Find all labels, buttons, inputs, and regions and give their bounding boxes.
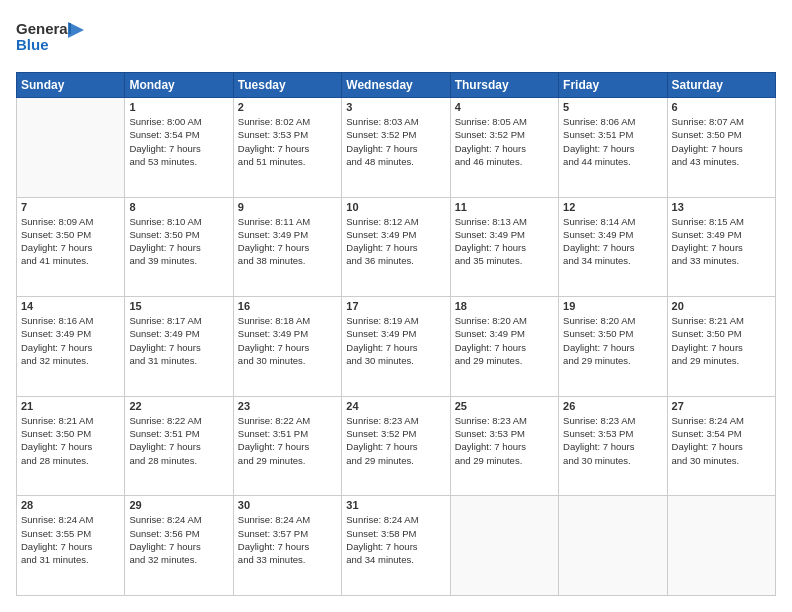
calendar-cell: 7Sunrise: 8:09 AM Sunset: 3:50 PM Daylig… xyxy=(17,197,125,297)
calendar-cell: 14Sunrise: 8:16 AM Sunset: 3:49 PM Dayli… xyxy=(17,297,125,397)
day-info: Sunrise: 8:21 AM Sunset: 3:50 PM Dayligh… xyxy=(21,414,120,467)
calendar-cell xyxy=(450,496,558,596)
day-number: 9 xyxy=(238,201,337,213)
svg-text:Blue: Blue xyxy=(16,36,49,53)
day-number: 4 xyxy=(455,101,554,113)
day-info: Sunrise: 8:10 AM Sunset: 3:50 PM Dayligh… xyxy=(129,215,228,268)
day-number: 11 xyxy=(455,201,554,213)
calendar-cell: 17Sunrise: 8:19 AM Sunset: 3:49 PM Dayli… xyxy=(342,297,450,397)
svg-marker-2 xyxy=(68,22,84,38)
day-number: 15 xyxy=(129,300,228,312)
day-number: 6 xyxy=(672,101,771,113)
calendar-cell: 12Sunrise: 8:14 AM Sunset: 3:49 PM Dayli… xyxy=(559,197,667,297)
calendar-cell: 26Sunrise: 8:23 AM Sunset: 3:53 PM Dayli… xyxy=(559,396,667,496)
day-number: 14 xyxy=(21,300,120,312)
calendar-cell: 13Sunrise: 8:15 AM Sunset: 3:49 PM Dayli… xyxy=(667,197,775,297)
calendar-cell: 9Sunrise: 8:11 AM Sunset: 3:49 PM Daylig… xyxy=(233,197,341,297)
calendar-cell: 11Sunrise: 8:13 AM Sunset: 3:49 PM Dayli… xyxy=(450,197,558,297)
day-info: Sunrise: 8:20 AM Sunset: 3:49 PM Dayligh… xyxy=(455,314,554,367)
logo-svg: General Blue xyxy=(16,16,86,58)
day-info: Sunrise: 8:02 AM Sunset: 3:53 PM Dayligh… xyxy=(238,115,337,168)
day-info: Sunrise: 8:14 AM Sunset: 3:49 PM Dayligh… xyxy=(563,215,662,268)
calendar-cell: 18Sunrise: 8:20 AM Sunset: 3:49 PM Dayli… xyxy=(450,297,558,397)
day-number: 21 xyxy=(21,400,120,412)
day-number: 24 xyxy=(346,400,445,412)
day-info: Sunrise: 8:03 AM Sunset: 3:52 PM Dayligh… xyxy=(346,115,445,168)
calendar-cell: 10Sunrise: 8:12 AM Sunset: 3:49 PM Dayli… xyxy=(342,197,450,297)
day-number: 30 xyxy=(238,499,337,511)
calendar-cell: 8Sunrise: 8:10 AM Sunset: 3:50 PM Daylig… xyxy=(125,197,233,297)
weekday-header-thursday: Thursday xyxy=(450,73,558,98)
day-number: 10 xyxy=(346,201,445,213)
day-number: 20 xyxy=(672,300,771,312)
weekday-header-friday: Friday xyxy=(559,73,667,98)
day-number: 19 xyxy=(563,300,662,312)
calendar-cell: 1Sunrise: 8:00 AM Sunset: 3:54 PM Daylig… xyxy=(125,98,233,198)
day-info: Sunrise: 8:22 AM Sunset: 3:51 PM Dayligh… xyxy=(238,414,337,467)
day-info: Sunrise: 8:06 AM Sunset: 3:51 PM Dayligh… xyxy=(563,115,662,168)
day-number: 29 xyxy=(129,499,228,511)
calendar-cell: 23Sunrise: 8:22 AM Sunset: 3:51 PM Dayli… xyxy=(233,396,341,496)
day-number: 31 xyxy=(346,499,445,511)
logo: General Blue xyxy=(16,16,86,62)
day-info: Sunrise: 8:24 AM Sunset: 3:54 PM Dayligh… xyxy=(672,414,771,467)
day-info: Sunrise: 8:23 AM Sunset: 3:53 PM Dayligh… xyxy=(563,414,662,467)
day-info: Sunrise: 8:09 AM Sunset: 3:50 PM Dayligh… xyxy=(21,215,120,268)
day-number: 2 xyxy=(238,101,337,113)
weekday-header-wednesday: Wednesday xyxy=(342,73,450,98)
calendar-cell: 15Sunrise: 8:17 AM Sunset: 3:49 PM Dayli… xyxy=(125,297,233,397)
week-row-4: 21Sunrise: 8:21 AM Sunset: 3:50 PM Dayli… xyxy=(17,396,776,496)
day-number: 3 xyxy=(346,101,445,113)
day-info: Sunrise: 8:24 AM Sunset: 3:58 PM Dayligh… xyxy=(346,513,445,566)
day-number: 17 xyxy=(346,300,445,312)
day-info: Sunrise: 8:20 AM Sunset: 3:50 PM Dayligh… xyxy=(563,314,662,367)
day-number: 13 xyxy=(672,201,771,213)
day-info: Sunrise: 8:15 AM Sunset: 3:49 PM Dayligh… xyxy=(672,215,771,268)
header: General Blue xyxy=(16,16,776,62)
day-info: Sunrise: 8:19 AM Sunset: 3:49 PM Dayligh… xyxy=(346,314,445,367)
day-number: 23 xyxy=(238,400,337,412)
calendar-cell: 16Sunrise: 8:18 AM Sunset: 3:49 PM Dayli… xyxy=(233,297,341,397)
day-info: Sunrise: 8:24 AM Sunset: 3:57 PM Dayligh… xyxy=(238,513,337,566)
day-info: Sunrise: 8:17 AM Sunset: 3:49 PM Dayligh… xyxy=(129,314,228,367)
day-number: 22 xyxy=(129,400,228,412)
day-number: 7 xyxy=(21,201,120,213)
day-number: 16 xyxy=(238,300,337,312)
day-info: Sunrise: 8:24 AM Sunset: 3:55 PM Dayligh… xyxy=(21,513,120,566)
calendar-cell: 29Sunrise: 8:24 AM Sunset: 3:56 PM Dayli… xyxy=(125,496,233,596)
calendar-cell: 24Sunrise: 8:23 AM Sunset: 3:52 PM Dayli… xyxy=(342,396,450,496)
calendar-cell: 30Sunrise: 8:24 AM Sunset: 3:57 PM Dayli… xyxy=(233,496,341,596)
day-number: 28 xyxy=(21,499,120,511)
calendar-cell: 20Sunrise: 8:21 AM Sunset: 3:50 PM Dayli… xyxy=(667,297,775,397)
calendar-cell: 22Sunrise: 8:22 AM Sunset: 3:51 PM Dayli… xyxy=(125,396,233,496)
weekday-header-monday: Monday xyxy=(125,73,233,98)
day-info: Sunrise: 8:24 AM Sunset: 3:56 PM Dayligh… xyxy=(129,513,228,566)
weekday-header-saturday: Saturday xyxy=(667,73,775,98)
week-row-2: 7Sunrise: 8:09 AM Sunset: 3:50 PM Daylig… xyxy=(17,197,776,297)
calendar-table: SundayMondayTuesdayWednesdayThursdayFrid… xyxy=(16,72,776,596)
day-number: 8 xyxy=(129,201,228,213)
day-number: 27 xyxy=(672,400,771,412)
page: General Blue SundayMondayTuesdayWednesda… xyxy=(0,0,792,612)
day-info: Sunrise: 8:16 AM Sunset: 3:49 PM Dayligh… xyxy=(21,314,120,367)
day-number: 5 xyxy=(563,101,662,113)
day-info: Sunrise: 8:22 AM Sunset: 3:51 PM Dayligh… xyxy=(129,414,228,467)
weekday-header-sunday: Sunday xyxy=(17,73,125,98)
calendar-cell: 28Sunrise: 8:24 AM Sunset: 3:55 PM Dayli… xyxy=(17,496,125,596)
day-info: Sunrise: 8:23 AM Sunset: 3:53 PM Dayligh… xyxy=(455,414,554,467)
calendar-cell: 4Sunrise: 8:05 AM Sunset: 3:52 PM Daylig… xyxy=(450,98,558,198)
calendar-cell xyxy=(667,496,775,596)
day-number: 26 xyxy=(563,400,662,412)
day-info: Sunrise: 8:13 AM Sunset: 3:49 PM Dayligh… xyxy=(455,215,554,268)
calendar-cell: 21Sunrise: 8:21 AM Sunset: 3:50 PM Dayli… xyxy=(17,396,125,496)
day-info: Sunrise: 8:18 AM Sunset: 3:49 PM Dayligh… xyxy=(238,314,337,367)
day-info: Sunrise: 8:07 AM Sunset: 3:50 PM Dayligh… xyxy=(672,115,771,168)
day-info: Sunrise: 8:21 AM Sunset: 3:50 PM Dayligh… xyxy=(672,314,771,367)
calendar-cell: 19Sunrise: 8:20 AM Sunset: 3:50 PM Dayli… xyxy=(559,297,667,397)
day-number: 18 xyxy=(455,300,554,312)
calendar-cell xyxy=(559,496,667,596)
weekday-header-row: SundayMondayTuesdayWednesdayThursdayFrid… xyxy=(17,73,776,98)
weekday-header-tuesday: Tuesday xyxy=(233,73,341,98)
day-info: Sunrise: 8:12 AM Sunset: 3:49 PM Dayligh… xyxy=(346,215,445,268)
week-row-5: 28Sunrise: 8:24 AM Sunset: 3:55 PM Dayli… xyxy=(17,496,776,596)
